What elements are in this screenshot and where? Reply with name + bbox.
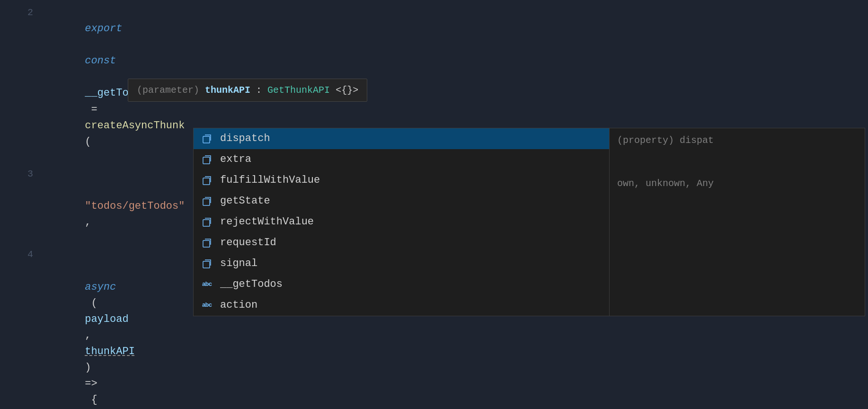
arrow-operator: =>	[85, 378, 97, 390]
item-label-action: action	[220, 297, 257, 313]
item-label-getTodos: __getTodos	[220, 276, 283, 293]
keyword-export: export	[85, 23, 122, 35]
svg-rect-6	[203, 261, 210, 268]
code-editor: 2 export const __getTodos = createAsyncT…	[0, 0, 868, 409]
item-label-rejectWithValue: rejectWithValue	[220, 214, 314, 230]
getTodos-icon: abc	[200, 278, 213, 291]
action-icon: abc	[200, 299, 213, 312]
tooltip-label: (parameter)	[137, 85, 199, 96]
string-literal: "todos/getTodos"	[85, 200, 185, 212]
autocomplete-item-rejectWithValue[interactable]: rejectWithValue	[194, 212, 609, 232]
info-divider	[617, 148, 857, 176]
autocomplete-info-panel: (property) dispat own, unknown, Any	[610, 128, 865, 316]
autocomplete-item-signal[interactable]: signal	[194, 253, 609, 274]
line-number: 4	[14, 247, 33, 262]
item-label-requestId: requestId	[220, 235, 276, 251]
keyword-async: async	[85, 281, 116, 293]
fulfillWithValue-icon	[200, 174, 213, 187]
svg-rect-4	[203, 220, 210, 226]
tooltip-generic: <{}>	[336, 85, 358, 96]
line-number: 2	[14, 5, 33, 20]
dispatch-icon	[200, 132, 213, 145]
item-label-extra: extra	[220, 151, 251, 168]
requestId-icon	[200, 236, 213, 249]
autocomplete-dropdown: dispatch extra	[193, 128, 865, 316]
info-line-2: own, unknown, Any	[617, 176, 857, 191]
item-label-signal: signal	[220, 256, 257, 272]
tooltip-param-name: thunkAPI	[205, 85, 250, 96]
info-line-1: (property) dispat	[617, 133, 857, 148]
rejectWithValue-icon	[200, 215, 213, 229]
line-number: 3	[14, 167, 33, 181]
svg-rect-0	[203, 136, 210, 143]
getState-icon	[200, 195, 213, 208]
autocomplete-item-action[interactable]: abc action	[194, 295, 609, 316]
svg-rect-1	[203, 157, 210, 164]
svg-rect-5	[203, 240, 210, 247]
svg-rect-2	[203, 178, 210, 185]
autocomplete-item-requestId[interactable]: requestId	[194, 232, 609, 253]
keyword-const: const	[85, 55, 116, 67]
tooltip-type: GetThunkAPI	[267, 85, 330, 96]
item-label-getState: getState	[220, 193, 270, 209]
signal-icon	[200, 257, 213, 270]
autocomplete-item-fulfillWithValue[interactable]: fulfillWithValue	[194, 170, 609, 191]
svg-rect-3	[203, 199, 210, 205]
autocomplete-item-getTodos[interactable]: abc __getTodos	[194, 274, 609, 295]
extra-icon	[200, 153, 213, 166]
param-thunkAPI: thunkAPI	[85, 346, 135, 357]
autocomplete-list[interactable]: dispatch extra	[193, 128, 610, 316]
autocomplete-item-extra[interactable]: extra	[194, 149, 609, 170]
function-createAsyncThunk: createAsyncThunk	[85, 120, 185, 132]
item-label-fulfillWithValue: fulfillWithValue	[220, 172, 320, 188]
param-payload: payload	[85, 313, 128, 325]
type-tooltip: (parameter) thunkAPI : GetThunkAPI <{}>	[128, 79, 367, 102]
item-label-dispatch: dispatch	[220, 131, 270, 147]
autocomplete-item-getState[interactable]: getState	[194, 191, 609, 212]
tooltip-colon: :	[256, 85, 267, 96]
autocomplete-item-dispatch[interactable]: dispatch	[194, 128, 609, 149]
